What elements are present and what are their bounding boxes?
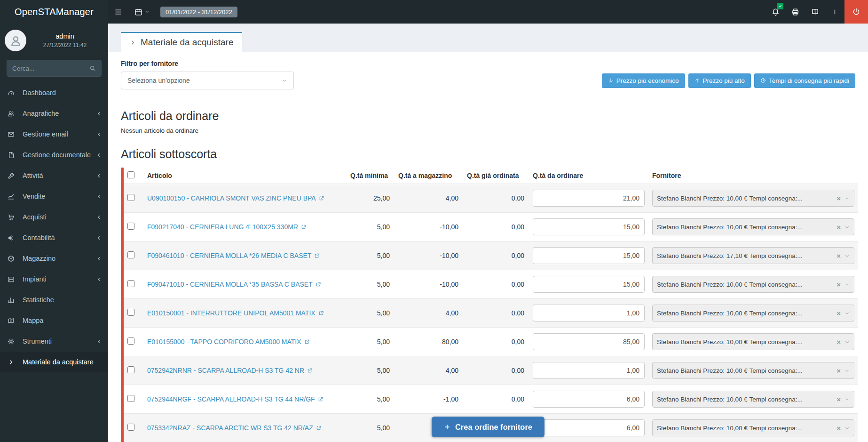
row-checkbox[interactable] [127,223,134,230]
sidebar-item[interactable]: Contabilità [0,227,108,248]
sidebar-item[interactable]: Strumenti [0,331,108,352]
sidebar-item[interactable]: Vendite [0,186,108,207]
article-link[interactable]: F090217040 - CERNIERA LUNG 4' 100X25 330… [147,223,298,231]
clear-icon[interactable]: × [836,224,841,231]
chart-bar-icon [8,297,19,304]
caret-down-icon [844,282,850,287]
tab-materiale-da-acquistare[interactable]: Materiale da acquistare [121,32,242,52]
article-link[interactable]: 0753342NRAZ - SCARPA ARCTIC WR S3 TG 42 … [147,424,313,432]
sidebar-item[interactable]: Gestione email [0,124,108,145]
chevron-left-icon [96,152,102,158]
navbar-icon-button[interactable] [805,0,825,24]
sidebar-item[interactable]: Gestione documentale [0,145,108,165]
sidebar-item[interactable]: Materiale da acquistare [0,352,108,372]
supplier-cell: Stefano Bianchi Prezzo: 10,00 € Tempi co… [648,385,858,414]
sort-button[interactable]: Prezzo più economico [602,73,685,88]
order-qty-input[interactable] [533,391,645,408]
order-qty-input[interactable] [533,276,645,293]
select-all-checkbox[interactable] [127,171,134,178]
sidebar-item[interactable]: Attività [0,165,108,186]
article-cell: F090461010 - CERNIERA MOLLA *26 MEDIA C … [143,241,347,270]
order-qty-input[interactable] [533,419,645,436]
caret-down-icon [844,253,850,258]
clear-icon[interactable]: × [836,338,841,346]
supplier-select[interactable]: Stefano Bianchi Prezzo: 10,00 € Tempi co… [652,305,854,321]
order-qty-cell [529,184,648,213]
chevron-left-icon [96,173,102,179]
search-button[interactable] [89,65,96,72]
clear-icon[interactable]: × [836,195,841,202]
users-icon [8,110,19,117]
article-cell: E010150001 - INTERRUTTORE UNIPOL AM5001 … [143,299,347,328]
sidebar-item[interactable]: Mappa [0,310,108,331]
order-qty-input[interactable] [533,362,645,379]
row-checkbox[interactable] [127,366,134,373]
sidebar-menu: Dashboard Anagrafiche Gestione email Ges… [0,82,108,372]
sidebar-item[interactable]: Statistiche [0,289,108,310]
navbar-icon-button[interactable] [825,0,844,24]
article-link[interactable]: E010150001 - INTERRUTTORE UNIPOL AM5001 … [147,309,316,317]
row-checkbox[interactable] [127,280,134,287]
supplier-filter-select[interactable]: Seleziona un'opzione [121,72,294,89]
ordered-qty-cell: 0,00 [463,299,529,328]
row-checkbox[interactable] [127,395,134,402]
order-qty-input[interactable] [533,218,645,235]
supplier-select[interactable]: Stefano Bianchi Prezzo: 17,10 € Tempi co… [652,247,854,264]
clear-icon[interactable]: × [836,252,841,259]
logout-button[interactable] [844,0,868,24]
row-checkbox[interactable] [127,424,134,431]
supplier-select[interactable]: Stefano Bianchi Prezzo: 10,00 € Tempi co… [652,276,854,293]
tab-label: Materiale da acquistare [141,37,234,48]
sidebar-toggle-button[interactable] [108,0,128,24]
sidebar-item[interactable]: Impianti [0,269,108,289]
order-qty-input[interactable] [533,190,645,207]
date-range-dropdown[interactable] [128,0,156,24]
clear-icon[interactable]: × [836,310,841,317]
article-link[interactable]: 0752944NRGF - SCARPA ALLROAD-H S3 TG 44 … [147,395,315,403]
cube-icon [8,255,19,262]
clear-icon[interactable]: × [836,367,841,374]
sidebar-item[interactable]: Acquisti [0,207,108,227]
tab-strip: Materiale da acquistare [108,24,868,52]
order-qty-cell [529,270,648,299]
article-link[interactable]: U090100150 - CARRIOLA SMONT VAS ZINC PNE… [147,194,316,202]
caret-down-icon [844,397,850,402]
article-link[interactable]: F090461010 - CERNIERA MOLLA *26 MEDIA C … [147,252,311,259]
article-link[interactable]: 0752942NRNR - SCARPA ALLROAD-H S3 TG 42 … [147,367,304,374]
printer-icon [791,8,799,16]
sort-button[interactable]: Prezzo più alto [688,73,751,88]
row-checkbox[interactable] [127,194,134,201]
create-supplier-order-button[interactable]: Crea ordine fornitore [432,417,544,437]
supplier-select[interactable]: Stefano Bianchi Prezzo: 10,00 € Tempi co… [652,419,854,436]
article-link[interactable]: E010155000 - TAPPO COPRIFORO AM5000 MATI… [147,338,301,346]
chevron-left-icon [96,214,102,220]
row-checkbox[interactable] [127,309,134,316]
navbar-icon-button[interactable] [765,0,785,24]
order-qty-input[interactable] [533,305,645,321]
supplier-select[interactable]: Stefano Bianchi Prezzo: 10,00 € Tempi co… [652,362,854,379]
article-link[interactable]: F090471010 - CERNIERA MOLLA *35 BASSA C … [147,281,313,288]
row-checkbox[interactable] [127,251,134,258]
date-range-badge[interactable]: 01/01/2022 - 31/12/2022 [160,7,237,17]
supplier-select[interactable]: Stefano Bianchi Prezzo: 10,00 € Tempi co… [652,218,854,235]
search-input[interactable] [12,65,89,72]
navbar-icon-button[interactable] [785,0,805,24]
supplier-select[interactable]: Stefano Bianchi Prezzo: 10,00 € Tempi co… [652,391,854,408]
info-icon [831,8,839,16]
sidebar-item[interactable]: Anagrafiche [0,103,108,124]
article-cell: F090217040 - CERNIERA LUNG 4' 100X25 330… [143,213,347,241]
clear-icon[interactable]: × [836,425,841,432]
supplier-select[interactable]: Stefano Bianchi Prezzo: 10,00 € Tempi co… [652,333,854,350]
supplier-select[interactable]: Stefano Bianchi Prezzo: 10,00 € Tempi co… [652,190,854,207]
supplier-select-value: Stefano Bianchi Prezzo: 10,00 € Tempi co… [657,310,834,317]
sort-button[interactable]: Tempi di consegna più rapidi [754,73,855,88]
sidebar-item[interactable]: Magazzino [0,248,108,269]
sidebar-item[interactable]: Dashboard [0,82,108,103]
order-qty-input[interactable] [533,333,645,350]
order-qty-input[interactable] [533,247,645,264]
clear-icon[interactable]: × [836,281,841,288]
clear-icon[interactable]: × [836,396,841,403]
column-header: Articolo [143,168,347,184]
row-checkbox[interactable] [127,338,134,345]
brand-logo[interactable]: OpenSTAManager [0,0,108,24]
